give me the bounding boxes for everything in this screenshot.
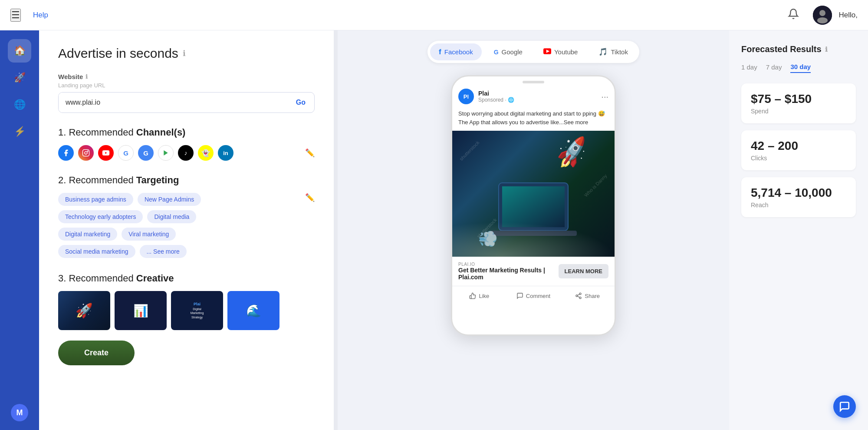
sidebar-item-global[interactable]: 🌐	[8, 93, 31, 116]
page-title: Advertise in seconds ℹ	[58, 46, 315, 61]
title-info-icon[interactable]: ℹ	[183, 49, 186, 58]
hamburger-button[interactable]: ☰	[10, 9, 21, 22]
targeting-edit-button[interactable]: ✏️	[305, 193, 315, 202]
center-panel: f Facebook G Google Youtube 🎵 Tiktok	[338, 30, 729, 430]
channel-instagram[interactable]	[78, 145, 94, 161]
svg-rect-3	[83, 150, 89, 156]
fb-post-cta: PLAI.IO Get Better Marketing Results | P…	[452, 257, 615, 286]
clicks-label: Clicks	[751, 155, 846, 162]
channels-row: G G ♪ 👻 in ✏️	[58, 145, 315, 161]
fb-share-action[interactable]: Share	[560, 291, 615, 301]
tab-tiktok[interactable]: 🎵 Tiktok	[590, 43, 636, 60]
targeting-tags: Business page admins New Page Admins Tec…	[58, 193, 298, 262]
create-button[interactable]: Create	[58, 341, 135, 365]
fb-learn-more-button[interactable]: LEARN MORE	[559, 264, 608, 278]
tag-social-media[interactable]: Social media marketing	[58, 245, 135, 258]
fb-comment-action[interactable]: Comment	[506, 291, 561, 301]
targeting-section-title: 2. Recommended Targeting	[58, 175, 315, 186]
forecast-card-spend: $75 – $150 Spend	[741, 83, 856, 123]
channel-tiktok[interactable]: ♪	[178, 145, 194, 161]
svg-point-4	[85, 152, 87, 154]
fb-headline: Get Better Marketing Results | Plai.com	[458, 267, 559, 281]
google-tab-icon: G	[494, 49, 499, 56]
channel-facebook[interactable]	[58, 145, 74, 161]
channel-linkedin[interactable]: in	[218, 145, 233, 161]
fb-options-icon[interactable]: ···	[601, 92, 608, 102]
right-panel: Forecasted Results ℹ 1 day 7 day 30 day …	[729, 30, 868, 430]
tab-facebook[interactable]: f Facebook	[430, 43, 482, 60]
channels-section-title: 1. Recommended Channel(s)	[58, 127, 315, 138]
topbar: ☰ Help Hello,	[0, 0, 868, 30]
fb-advertiser: PLAI.IO	[458, 262, 559, 267]
tag-digital-marketing[interactable]: Digital marketing	[58, 228, 117, 241]
day-tabs: 1 day 7 day 30 day	[741, 63, 856, 73]
fb-cta-text: PLAI.IO Get Better Marketing Results | P…	[458, 262, 559, 281]
channel-play[interactable]	[158, 145, 174, 161]
creative-section: 3. Recommended Creative 🚀 📊 Plai Digital…	[58, 273, 315, 330]
svg-point-1	[819, 10, 825, 16]
day-tab-7[interactable]: 7 day	[766, 63, 782, 73]
fb-post-image: shutterstock Who is Danny shutterstock	[452, 131, 615, 257]
svg-point-14	[579, 293, 581, 294]
fb-sponsored-label: Sponsored · 🌐	[478, 97, 597, 103]
forecast-card-reach: 5,714 – 10,000 Reach	[741, 177, 856, 217]
website-label: Website ℹ	[58, 73, 315, 80]
sidebar-item-launch[interactable]: 🚀	[8, 66, 31, 89]
clicks-value: 42 – 200	[751, 139, 846, 153]
help-link[interactable]: Help	[33, 11, 48, 20]
sidebar-avatar[interactable]: M	[11, 404, 28, 421]
tags-row-2: Technology early adopters Digital media	[58, 210, 298, 223]
tags-row-1: Business page admins New Page Admins	[58, 193, 298, 206]
tags-row-3: Digital marketing Viral marketing	[58, 228, 298, 241]
svg-point-15	[576, 295, 578, 297]
tag-digital-media[interactable]: Digital media	[147, 210, 196, 223]
fb-like-action[interactable]: Like	[452, 291, 506, 301]
go-button[interactable]: Go	[287, 93, 314, 112]
channel-youtube[interactable]	[98, 145, 114, 161]
tab-youtube[interactable]: Youtube	[535, 43, 587, 60]
website-info-icon: ℹ	[85, 73, 88, 80]
channel-google-ads[interactable]: G	[138, 145, 154, 161]
smoke-effect	[452, 222, 615, 257]
forecast-card-clicks: 42 – 200 Clicks	[741, 130, 856, 170]
phone-mockup: Pl Plai Sponsored · 🌐 ··· Stop worrying …	[451, 75, 616, 336]
day-tab-1[interactable]: 1 day	[741, 63, 757, 73]
channel-snapchat[interactable]: 👻	[198, 145, 214, 161]
creative-section-title: 3. Recommended Creative	[58, 273, 315, 284]
channels-edit-button[interactable]: ✏️	[305, 148, 315, 158]
svg-line-17	[578, 296, 580, 298]
tag-see-more[interactable]: ... See more	[140, 245, 187, 258]
platform-tabs: f Facebook G Google Youtube 🎵 Tiktok	[427, 41, 639, 63]
svg-point-2	[817, 17, 828, 23]
svg-line-18	[578, 294, 580, 295]
forecast-title: Forecasted Results ℹ	[741, 44, 856, 54]
forecast-info-icon[interactable]: ℹ	[825, 46, 828, 53]
fb-post-header: Pl Plai Sponsored · 🌐 ···	[452, 83, 615, 107]
spend-label: Spend	[751, 108, 846, 115]
tag-tech-early[interactable]: Technology early adopters	[58, 210, 143, 223]
creative-thumb-3[interactable]: Plai DigitalMarketingStrategy	[171, 291, 223, 330]
spend-value: $75 – $150	[751, 92, 846, 106]
fb-post-meta: Plai Sponsored · 🌐	[478, 90, 597, 103]
hello-text: Hello,	[839, 11, 858, 20]
url-input[interactable]	[59, 93, 287, 112]
notification-bell-icon[interactable]	[788, 8, 799, 22]
day-tab-30[interactable]: 30 day	[790, 63, 811, 73]
tag-business-admins[interactable]: Business page admins	[58, 193, 133, 206]
fb-post-text: Stop worrying about digital marketing an…	[452, 107, 615, 131]
creative-thumb-4[interactable]: 🌊	[227, 291, 279, 330]
creative-thumb-2[interactable]: 📊	[115, 291, 167, 330]
tag-viral-marketing[interactable]: Viral marketing	[122, 228, 176, 241]
fb-brand-name: Plai	[478, 90, 597, 97]
reach-value: 5,714 – 10,000	[751, 186, 846, 200]
sidebar-item-flash[interactable]: ⚡	[8, 120, 31, 143]
avatar[interactable]	[813, 6, 832, 25]
creative-thumb-1[interactable]: 🚀	[58, 291, 110, 330]
tiktok-tab-icon: 🎵	[598, 47, 608, 56]
left-panel: Advertise in seconds ℹ Website ℹ Landing…	[39, 30, 334, 430]
tab-google[interactable]: G Google	[485, 43, 531, 60]
channel-google[interactable]: G	[118, 145, 134, 161]
sidebar-item-home[interactable]: 🏠	[8, 39, 31, 63]
chat-bubble-button[interactable]	[833, 395, 856, 418]
tag-new-page-admins[interactable]: New Page Admins	[138, 193, 201, 206]
